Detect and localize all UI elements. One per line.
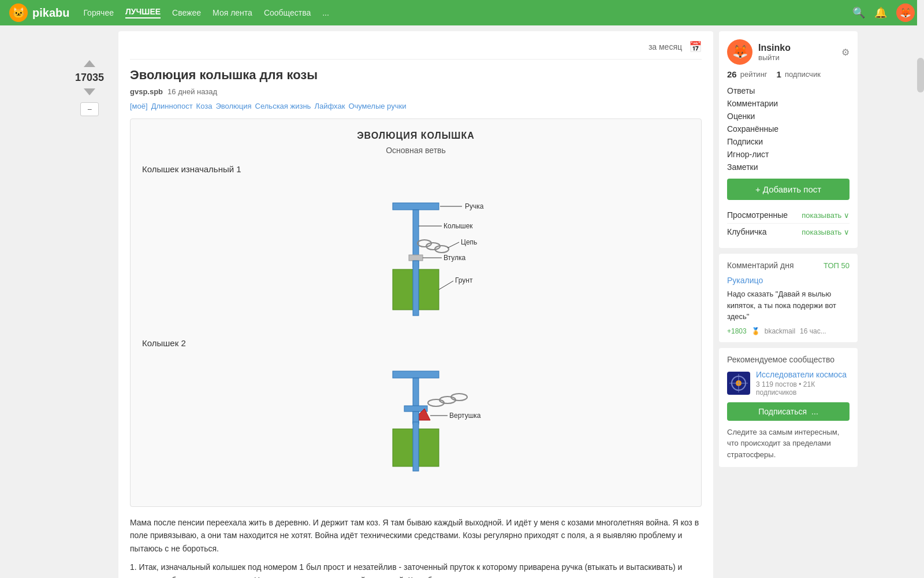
vote-up-button[interactable] (84, 60, 95, 67)
bookmark-button[interactable]: − (80, 102, 99, 116)
nav-item-more[interactable]: ... (322, 8, 329, 17)
profile-links: Ответы Комментарии Оценки Сохранённые По… (727, 86, 850, 172)
search-icon[interactable]: 🔍 (852, 6, 865, 19)
illustration-subtitle: Основная ветвь (142, 146, 690, 155)
community-name[interactable]: Исследователи космоса (756, 370, 850, 379)
strawberry-action[interactable]: показывать ∨ (802, 228, 850, 236)
comment-day-header: Комментарий дня ТОП 50 (727, 261, 850, 270)
calendar-icon[interactable]: 📅 (689, 40, 702, 53)
tag-mine[interactable]: [моё] (130, 102, 148, 110)
viewed-action[interactable]: показывать ∨ (802, 211, 850, 220)
comment-score: +1803 (727, 327, 747, 335)
content-top-bar: за месяц 📅 (130, 40, 702, 60)
profile-header: 🦊 Insinko выйти ⚙ (727, 39, 850, 65)
tag-rural[interactable]: Сельская жизнь (255, 102, 311, 110)
rating-label: рейтинг (740, 70, 767, 79)
label-kolushek: Колышек (444, 222, 473, 230)
community-icon-svg (727, 372, 750, 395)
profile-link-ignore[interactable]: Игнор-лист (727, 150, 850, 159)
kolushek1-section: Колышек изначальный 1 Ручка Колышек (142, 164, 690, 324)
subscriber-label: подписчик (785, 70, 821, 79)
nav-item-fresh[interactable]: Свежее (172, 8, 201, 17)
tag-goat[interactable]: Коза (196, 102, 213, 110)
kolushek1-label: Колышек изначальный 1 (142, 164, 690, 174)
logo-icon: 🐱 (9, 3, 28, 22)
scrollbar[interactable] (917, 0, 924, 578)
vtulka (409, 255, 423, 261)
comment-time: 16 час... (800, 327, 826, 335)
post-author[interactable]: gvsp.spb (130, 87, 163, 96)
logo[interactable]: 🐱 pikabu (9, 3, 69, 22)
svg-line-2 (448, 242, 459, 248)
comment-meta: +1803 🏅 bkackmail 16 час... (727, 327, 850, 335)
profile-info: Insinko выйти (758, 43, 791, 62)
post-text-1: Мама после пенсии переехала жить в дерев… (130, 516, 702, 555)
tag-evolution[interactable]: Эволюция (215, 102, 251, 110)
nav-item-communities[interactable]: Сообщества (264, 8, 311, 17)
tag-long[interactable]: Длиннопост (151, 102, 193, 110)
viewed-row: Просмотренные показывать ∨ (727, 207, 850, 224)
profile-link-saved[interactable]: Сохранённые (727, 124, 850, 134)
recommend-section: Рекомендуемое сообщество Исследователи к… (719, 348, 858, 468)
main-nav: Горячее ЛУЧШЕЕ Свежее Моя лента Сообщест… (83, 7, 329, 18)
period-label: за месяц (649, 42, 682, 51)
scrollbar-thumb[interactable] (917, 58, 924, 92)
logo-text: pikabu (32, 6, 69, 20)
label-grunt: Грунт (455, 276, 473, 284)
profile-link-comments[interactable]: Комментарии (727, 99, 850, 108)
header-right: 🔍 🔔 🦊 (852, 3, 915, 22)
strawberry-row: Клубничка показывать ∨ (727, 224, 850, 240)
post-title: Эволюция колышка для козы (130, 68, 702, 83)
kolushek2-label: Колышек 2 (142, 338, 690, 348)
kolushek2-svg: Вертушка (329, 354, 502, 481)
shaft2-lower-top (413, 412, 419, 423)
nav-item-best[interactable]: ЛУЧШЕЕ (125, 7, 161, 18)
profile-stats: 26 рейтинг 1 подписчик (727, 69, 850, 79)
vote-down-button[interactable] (84, 88, 95, 95)
subscribe-button[interactable]: Подписаться ... (727, 402, 850, 421)
tag-handmade[interactable]: Очумелые ручки (348, 102, 406, 110)
profile-name: Insinko (758, 43, 791, 53)
comment-user-link[interactable]: Рукалицо (727, 276, 850, 285)
profile-link-ratings[interactable]: Оценки (727, 112, 850, 121)
post-tags: [моё] Длиннопост Коза Эволюция Сельская … (130, 102, 702, 110)
sidebar: 🦊 Insinko выйти ⚙ 26 рейтинг 1 подписчик (719, 31, 858, 578)
shaft-lower (413, 261, 419, 316)
header: 🐱 pikabu Горячее ЛУЧШЕЕ Свежее Моя лента… (0, 0, 924, 25)
kolushek1-svg: Ручка Колышек Цепь (329, 180, 502, 324)
kolushek2-section: Колышек 2 (142, 338, 690, 481)
profile-link-subscriptions[interactable]: Подписки (727, 137, 850, 146)
post-text-2: 1. Итак, изначальный колышек под номером… (130, 561, 702, 578)
shaft2-ground (413, 422, 419, 471)
profile-link-answers[interactable]: Ответы (727, 86, 850, 95)
add-post-button[interactable]: + Добавить пост (727, 179, 850, 200)
top50-link[interactable]: ТОП 50 (824, 261, 850, 270)
profile-stat-subscribers: 1 подписчик (777, 69, 821, 79)
comment-day-section: Комментарий дня ТОП 50 Рукалицо Надо ска… (719, 254, 858, 342)
profile-avatar[interactable]: 🦊 (727, 39, 752, 65)
profile-logout[interactable]: выйти (758, 53, 791, 62)
strawberry-label: Клубничка (727, 227, 767, 236)
sidebar-profile: 🦊 Insinko выйти ⚙ 26 рейтинг 1 подписчик (719, 31, 858, 248)
profile-link-notes[interactable]: Заметки (727, 162, 850, 172)
settings-icon[interactable]: ⚙ (841, 47, 850, 58)
label-tsep: Цепь (461, 238, 477, 246)
kolushek1-diagram: Ручка Колышек Цепь (142, 180, 690, 324)
tag-lifehack[interactable]: Лайфхак (314, 102, 345, 110)
post-illustration: ЭВОЛЮЦИЯ КОЛЫШКА Основная ветвь Колышек … (130, 118, 702, 507)
user-avatar[interactable]: 🦊 (896, 3, 915, 22)
nav-item-feed[interactable]: Моя лента (213, 8, 252, 17)
community-info: Исследователи космоса 3 119 постов • 21К… (756, 370, 850, 397)
bell-icon[interactable]: 🔔 (874, 6, 887, 19)
recommend-community: Исследователи космоса 3 119 постов • 21К… (727, 370, 850, 397)
vote-count: 17035 (75, 72, 104, 84)
svg-line-4 (439, 281, 453, 290)
nav-item-hot[interactable]: Горячее (83, 8, 114, 17)
medal-icon: 🏅 (751, 327, 760, 335)
label-vtulka: Втулка (444, 254, 465, 262)
viewed-label: Просмотренные (727, 210, 788, 220)
illustration-title: ЭВОЛЮЦИЯ КОЛЫШКА (142, 131, 690, 141)
kolushek2-diagram: Вертушка (142, 354, 690, 481)
comment-text: Надо сказать "Давай я вылью кипяток, а т… (727, 288, 850, 323)
post-meta: gvsp.spb 16 дней назад (130, 87, 702, 96)
